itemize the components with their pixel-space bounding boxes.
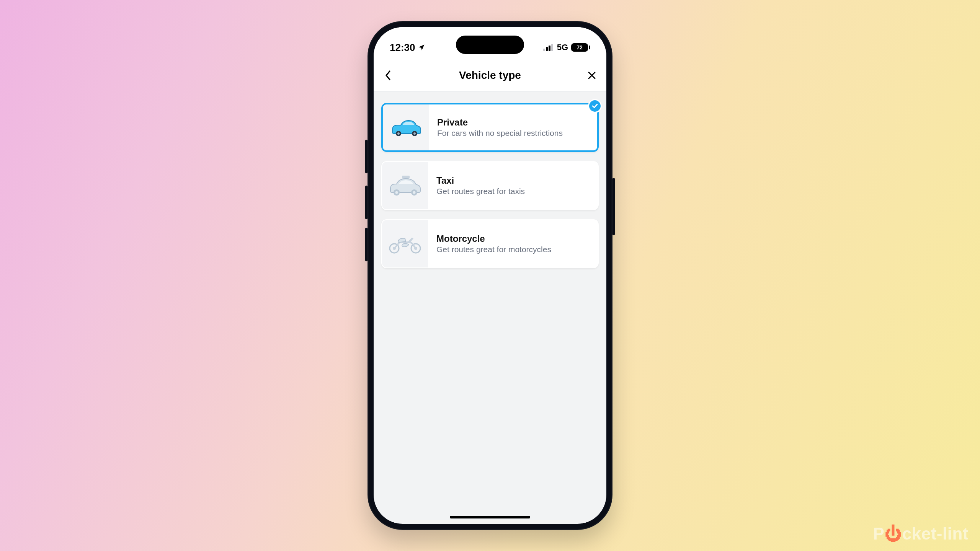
vehicle-option-motorcycle[interactable]: Motorcycle Get routes great for motorcyc… (381, 219, 599, 268)
back-button[interactable] (381, 68, 396, 83)
status-left: 12:30 (390, 42, 425, 54)
svg-point-10 (395, 191, 398, 194)
phone-frame: 12:30 5G 72 Vehi (368, 21, 612, 530)
vehicle-list: Private For cars with no special restric… (374, 91, 606, 524)
watermark: P⏻cket-lint (873, 524, 969, 543)
vehicle-title: Private (437, 117, 589, 128)
battery-indicator: 72 (571, 43, 590, 52)
status-time: 12:30 (390, 42, 415, 54)
chevron-left-icon (385, 70, 392, 81)
vehicle-option-taxi[interactable]: Taxi Get routes great for taxis (381, 161, 599, 210)
vehicle-subtitle: For cars with no special restrictions (437, 129, 589, 138)
vehicle-title: Taxi (436, 175, 590, 186)
cellular-icon (543, 44, 554, 51)
network-label: 5G (557, 42, 568, 52)
selected-badge (588, 99, 602, 113)
nav-bar: Vehicle type (374, 59, 606, 91)
vehicle-subtitle: Get routes great for taxis (436, 187, 590, 196)
svg-rect-2 (549, 46, 550, 51)
svg-rect-8 (402, 176, 410, 179)
watermark-suffix: cket-lint (902, 524, 969, 543)
svg-point-12 (413, 191, 416, 194)
close-icon (587, 71, 596, 80)
phone-screen: 12:30 5G 72 Vehi (374, 27, 606, 524)
location-icon (418, 44, 425, 51)
dynamic-island (456, 36, 524, 54)
motorcycle-icon (387, 234, 423, 254)
svg-point-7 (413, 132, 416, 135)
vehicle-title: Motorcycle (436, 233, 590, 244)
svg-rect-3 (551, 44, 553, 51)
svg-rect-1 (546, 47, 548, 51)
vehicle-icon-slot (382, 220, 428, 267)
vehicle-subtitle: Get routes great for motorcycles (436, 245, 590, 254)
vehicle-icon-slot (382, 162, 428, 209)
car-icon (389, 118, 422, 137)
close-button[interactable] (584, 68, 599, 83)
svg-rect-0 (543, 49, 545, 51)
svg-point-5 (397, 132, 400, 135)
taxi-icon (387, 175, 423, 196)
vehicle-icon-slot (383, 104, 429, 150)
status-right: 5G 72 (543, 42, 590, 52)
battery-percent: 72 (577, 44, 583, 51)
power-icon: ⏻ (885, 524, 902, 543)
page-title: Vehicle type (459, 69, 521, 82)
watermark-prefix: P (873, 524, 884, 543)
home-indicator[interactable] (450, 516, 530, 518)
check-icon (591, 103, 598, 109)
vehicle-option-private[interactable]: Private For cars with no special restric… (381, 103, 599, 152)
